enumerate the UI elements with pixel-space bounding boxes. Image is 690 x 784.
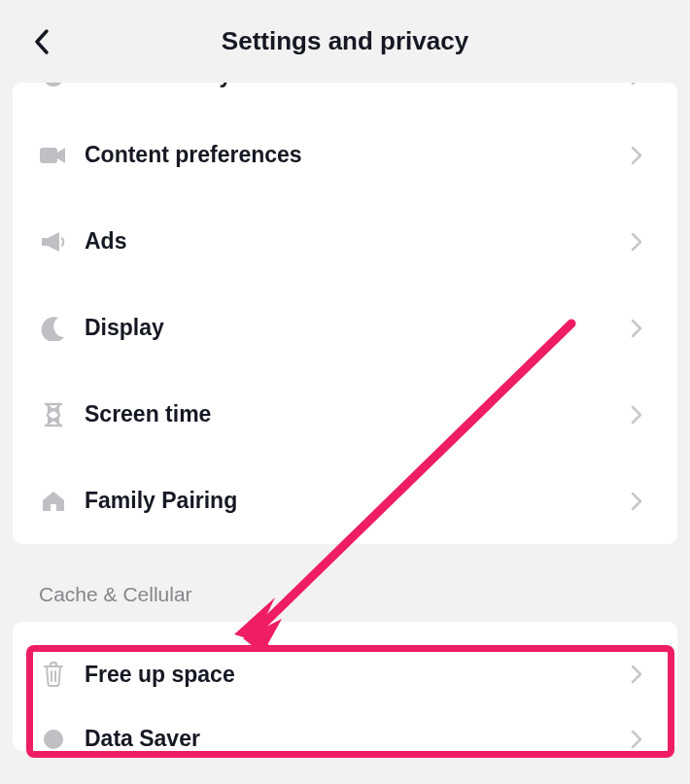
video-icon: [40, 142, 67, 169]
chevron-right-icon: [631, 665, 650, 684]
cache-cellular-section: Free up space Data Saver: [13, 622, 677, 751]
svg-rect-1: [40, 148, 57, 163]
chevron-right-icon: [631, 232, 650, 252]
chevron-right-icon: [631, 405, 650, 425]
content-preferences-row[interactable]: Content preferences: [13, 112, 677, 198]
row-label: Family Pairing: [85, 488, 631, 514]
header-bar: Settings and privacy: [0, 0, 690, 83]
row-label: Content preferences: [85, 142, 631, 168]
data-icon: [40, 727, 67, 751]
row-label: Data Saver: [85, 727, 631, 751]
watch-history-row[interactable]: Watch history: [13, 83, 677, 112]
row-label: Screen time: [85, 401, 631, 427]
chevron-right-icon: [631, 492, 650, 511]
home-icon: [40, 488, 67, 515]
screen-time-row[interactable]: Screen time: [13, 371, 677, 458]
back-button[interactable]: [27, 27, 56, 56]
svg-point-2: [44, 730, 63, 749]
row-label: Free up space: [85, 662, 631, 688]
trash-icon: [40, 661, 67, 688]
row-label: Ads: [85, 228, 631, 255]
megaphone-icon: [40, 228, 67, 256]
moon-icon: [40, 315, 67, 342]
chevron-left-icon: [33, 28, 51, 55]
clock-icon: [40, 83, 67, 89]
cache-cellular-header: Cache & Cellular: [0, 544, 690, 622]
row-label: Display: [85, 315, 631, 341]
hourglass-icon: [40, 401, 67, 428]
family-pairing-row[interactable]: Family Pairing: [13, 458, 677, 544]
row-label: Watch history: [85, 83, 631, 88]
data-saver-row[interactable]: Data Saver: [13, 727, 677, 751]
content-activity-section: Watch history Content preferences Ads Di…: [13, 83, 677, 544]
chevron-right-icon: [631, 83, 650, 85]
ads-row[interactable]: Ads: [13, 198, 677, 285]
chevron-right-icon: [631, 146, 650, 165]
chevron-right-icon: [631, 319, 650, 338]
free-up-space-row[interactable]: Free up space: [13, 622, 677, 727]
page-title: Settings and privacy: [222, 26, 468, 56]
svg-point-0: [43, 83, 64, 86]
display-row[interactable]: Display: [13, 285, 677, 371]
chevron-right-icon: [631, 730, 650, 749]
